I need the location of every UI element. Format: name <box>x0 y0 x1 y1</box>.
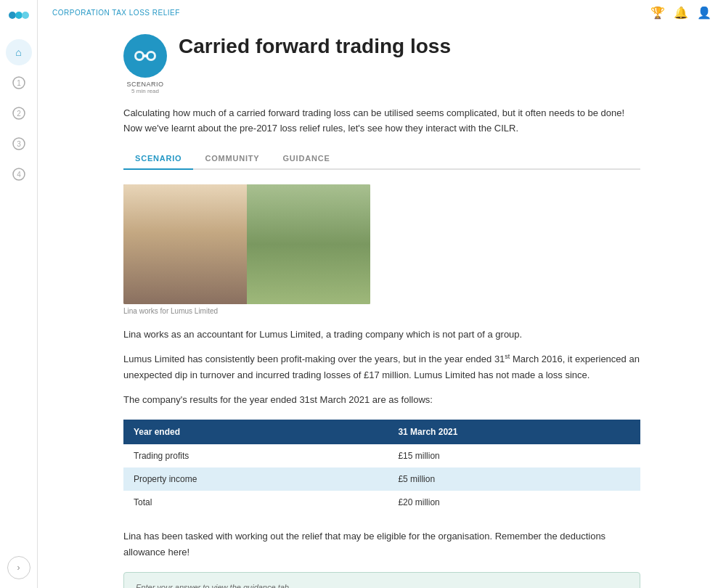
tab-community[interactable]: COMMUNITY <box>193 148 271 170</box>
sidebar-item-2[interactable]: 2 <box>6 100 32 126</box>
tab-guidance[interactable]: GUIDANCE <box>272 148 342 170</box>
scenario-label: SCENARIO <box>126 81 163 88</box>
sidebar-item-3[interactable]: 3 <box>6 131 32 157</box>
table-cell-total-value: £20 million <box>388 491 640 514</box>
tab-scenario[interactable]: SCENARIO <box>123 148 193 170</box>
paragraph-2: Lumus Limited has consistently been prof… <box>123 351 640 384</box>
table-cell-property-income-label: Property income <box>123 467 388 491</box>
trophy-icon[interactable]: 🏆 <box>650 6 665 20</box>
table-header-year: Year ended <box>123 420 388 444</box>
svg-text:4: 4 <box>17 171 21 179</box>
sidebar-item-home[interactable]: ⌂ <box>6 39 32 65</box>
table-cell-trading-profits-value: £15 million <box>388 444 640 467</box>
svg-text:1: 1 <box>17 79 21 87</box>
article-description: Calculating how much of a carried forwar… <box>123 106 640 136</box>
article-header: SCENARIO 5 min read Carried forward trad… <box>123 34 640 94</box>
svg-point-0 <box>9 12 16 19</box>
svg-text:3: 3 <box>17 140 21 148</box>
answer-box: Enter your answer to view the guidance t… <box>123 572 640 588</box>
svg-point-15 <box>148 53 154 59</box>
table-cell-property-income-value: £5 million <box>388 467 640 491</box>
breadcrumb: CORPORATION TAX LOSS RELIEF <box>52 9 180 17</box>
results-table: Year ended 31 March 2021 Trading profits… <box>123 420 640 514</box>
scenario-icon <box>123 34 167 78</box>
top-icons: 🏆 🔔 👤 <box>650 6 711 20</box>
answer-box-hint: Enter your answer to view the guidance t… <box>136 583 628 588</box>
svg-point-1 <box>15 12 23 19</box>
table-cell-total-label: Total <box>123 491 388 514</box>
sidebar-next-arrow[interactable]: › <box>7 556 30 579</box>
sidebar-item-4[interactable]: 4 <box>6 161 32 187</box>
app-logo <box>9 9 29 25</box>
bell-icon[interactable]: 🔔 <box>674 6 688 20</box>
content-area: SCENARIO 5 min read Carried forward trad… <box>106 23 658 588</box>
table-row: Trading profits £15 million <box>123 444 640 467</box>
svg-point-2 <box>22 12 29 19</box>
article-title-block: Carried forward trading loss <box>179 34 451 59</box>
tabs: SCENARIO COMMUNITY GUIDANCE <box>123 148 640 170</box>
image-caption: Lina works for Lumus Limited <box>123 307 640 315</box>
main-content: CORPORATION TAX LOSS RELIEF 🏆 🔔 👤 <box>38 0 726 588</box>
sidebar-bottom: › <box>7 556 30 579</box>
article-title: Carried forward trading loss <box>179 34 451 59</box>
table-cell-trading-profits-label: Trading profits <box>123 444 388 467</box>
sidebar: ⌂ 1 2 3 4 › <box>0 0 38 588</box>
table-row: Property income £5 million <box>123 467 640 491</box>
svg-text:2: 2 <box>17 110 21 118</box>
after-table-text: Lina has been tasked with working out th… <box>123 528 640 560</box>
scenario-sublabel: 5 min read <box>131 88 159 94</box>
user-icon[interactable]: 👤 <box>697 6 711 20</box>
svg-point-14 <box>136 53 142 59</box>
table-row: Total £20 million <box>123 491 640 514</box>
top-bar: CORPORATION TAX LOSS RELIEF 🏆 🔔 👤 <box>38 0 726 23</box>
article-image <box>123 184 370 304</box>
sidebar-item-1[interactable]: 1 <box>6 70 32 96</box>
paragraph-3: The company's results for the year ended… <box>123 392 640 408</box>
paragraph-1: Lina works as an accountant for Lumus Li… <box>123 327 640 343</box>
table-header-date: 31 March 2021 <box>388 420 640 444</box>
svg-rect-13 <box>142 54 148 57</box>
sidebar-nav: ⌂ 1 2 3 4 <box>6 39 32 550</box>
